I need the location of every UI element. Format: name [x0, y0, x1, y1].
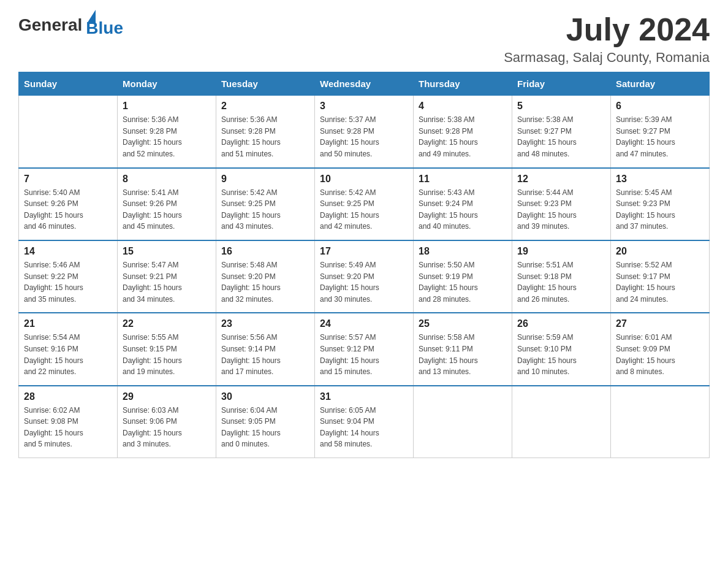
day-number: 31: [320, 391, 408, 402]
calendar-header-monday: Monday: [118, 72, 216, 96]
calendar-cell: 26Sunrise: 5:59 AMSunset: 9:10 PMDayligh…: [512, 313, 611, 385]
calendar-header-row: SundayMondayTuesdayWednesdayThursdayFrid…: [19, 72, 710, 96]
day-number: 23: [221, 318, 309, 329]
day-number: 19: [517, 246, 605, 257]
day-info: Sunrise: 5:58 AMSunset: 9:11 PMDaylight:…: [419, 332, 507, 377]
calendar-cell: 7Sunrise: 5:40 AMSunset: 9:26 PMDaylight…: [19, 168, 118, 240]
day-number: 8: [123, 174, 211, 185]
calendar-week-row: 21Sunrise: 5:54 AMSunset: 9:16 PMDayligh…: [19, 313, 710, 385]
day-info: Sunrise: 5:42 AMSunset: 9:25 PMDaylight:…: [221, 187, 309, 232]
day-info: Sunrise: 5:45 AMSunset: 9:23 PMDaylight:…: [616, 187, 704, 232]
day-number: 12: [517, 174, 605, 185]
day-info: Sunrise: 5:54 AMSunset: 9:16 PMDaylight:…: [24, 332, 112, 377]
calendar-cell: 2Sunrise: 5:36 AMSunset: 9:28 PMDaylight…: [216, 96, 315, 168]
day-number: 18: [419, 246, 507, 257]
day-number: 2: [221, 101, 309, 112]
day-number: 4: [419, 101, 507, 112]
calendar-cell: 24Sunrise: 5:57 AMSunset: 9:12 PMDayligh…: [315, 313, 414, 385]
day-info: Sunrise: 5:57 AMSunset: 9:12 PMDaylight:…: [320, 332, 408, 377]
day-info: Sunrise: 5:51 AMSunset: 9:18 PMDaylight:…: [517, 259, 605, 305]
calendar-cell: [414, 386, 512, 458]
location-title: Sarmasag, Salaj County, Romania: [504, 50, 710, 66]
calendar-cell: 15Sunrise: 5:47 AMSunset: 9:21 PMDayligh…: [118, 240, 216, 313]
title-area: July 2024 Sarmasag, Salaj County, Romani…: [504, 12, 710, 66]
logo-text-general: General: [18, 15, 82, 35]
day-number: 15: [123, 246, 211, 257]
calendar-cell: 4Sunrise: 5:38 AMSunset: 9:28 PMDaylight…: [414, 96, 512, 168]
calendar-cell: 9Sunrise: 5:42 AMSunset: 9:25 PMDaylight…: [216, 168, 315, 240]
day-info: Sunrise: 5:38 AMSunset: 9:28 PMDaylight:…: [419, 114, 507, 159]
day-number: 22: [123, 318, 211, 329]
day-info: Sunrise: 5:41 AMSunset: 9:26 PMDaylight:…: [123, 187, 211, 232]
day-info: Sunrise: 5:48 AMSunset: 9:20 PMDaylight:…: [221, 259, 309, 305]
calendar-cell: 28Sunrise: 6:02 AMSunset: 9:08 PMDayligh…: [19, 386, 118, 458]
day-info: Sunrise: 6:03 AMSunset: 9:06 PMDaylight:…: [123, 405, 211, 450]
calendar-cell: 16Sunrise: 5:48 AMSunset: 9:20 PMDayligh…: [216, 240, 315, 313]
day-number: 11: [419, 174, 507, 185]
calendar-cell: 13Sunrise: 5:45 AMSunset: 9:23 PMDayligh…: [611, 168, 710, 240]
day-info: Sunrise: 6:02 AMSunset: 9:08 PMDaylight:…: [24, 405, 112, 450]
calendar-cell: 10Sunrise: 5:42 AMSunset: 9:25 PMDayligh…: [315, 168, 414, 240]
calendar-cell: 31Sunrise: 6:05 AMSunset: 9:04 PMDayligh…: [315, 386, 414, 458]
calendar-header-friday: Friday: [512, 72, 611, 96]
month-title: July 2024: [504, 12, 710, 47]
day-info: Sunrise: 5:40 AMSunset: 9:26 PMDaylight:…: [24, 187, 112, 232]
day-info: Sunrise: 5:36 AMSunset: 9:28 PMDaylight:…: [221, 114, 309, 159]
day-number: 29: [123, 391, 211, 402]
day-number: 27: [616, 318, 704, 329]
day-info: Sunrise: 5:47 AMSunset: 9:21 PMDaylight:…: [123, 259, 211, 305]
day-number: 9: [221, 174, 309, 185]
day-info: Sunrise: 5:52 AMSunset: 9:17 PMDaylight:…: [616, 259, 704, 305]
calendar-cell: 29Sunrise: 6:03 AMSunset: 9:06 PMDayligh…: [118, 386, 216, 458]
calendar-cell: 21Sunrise: 5:54 AMSunset: 9:16 PMDayligh…: [19, 313, 118, 385]
day-number: 17: [320, 246, 408, 257]
day-number: 5: [517, 101, 605, 112]
calendar-cell: 14Sunrise: 5:46 AMSunset: 9:22 PMDayligh…: [19, 240, 118, 313]
day-number: 25: [419, 318, 507, 329]
calendar-cell: [19, 96, 118, 168]
calendar-cell: 18Sunrise: 5:50 AMSunset: 9:19 PMDayligh…: [414, 240, 512, 313]
calendar-cell: 20Sunrise: 5:52 AMSunset: 9:17 PMDayligh…: [611, 240, 710, 313]
calendar-cell: 23Sunrise: 5:56 AMSunset: 9:14 PMDayligh…: [216, 313, 315, 385]
day-number: 1: [123, 101, 211, 112]
calendar-header-saturday: Saturday: [611, 72, 710, 96]
day-number: 16: [221, 246, 309, 257]
day-info: Sunrise: 5:38 AMSunset: 9:27 PMDaylight:…: [517, 114, 605, 159]
day-number: 10: [320, 174, 408, 185]
calendar-header-tuesday: Tuesday: [216, 72, 315, 96]
calendar-cell: 25Sunrise: 5:58 AMSunset: 9:11 PMDayligh…: [414, 313, 512, 385]
calendar-week-row: 14Sunrise: 5:46 AMSunset: 9:22 PMDayligh…: [19, 240, 710, 313]
day-info: Sunrise: 5:59 AMSunset: 9:10 PMDaylight:…: [517, 332, 605, 377]
calendar-week-row: 7Sunrise: 5:40 AMSunset: 9:26 PMDaylight…: [19, 168, 710, 240]
day-number: 30: [221, 391, 309, 402]
calendar-cell: 5Sunrise: 5:38 AMSunset: 9:27 PMDaylight…: [512, 96, 611, 168]
day-info: Sunrise: 5:39 AMSunset: 9:27 PMDaylight:…: [616, 114, 704, 159]
day-info: Sunrise: 5:46 AMSunset: 9:22 PMDaylight:…: [24, 259, 112, 305]
calendar-cell: [512, 386, 611, 458]
logo: General Blue: [18, 12, 123, 38]
calendar-cell: 12Sunrise: 5:44 AMSunset: 9:23 PMDayligh…: [512, 168, 611, 240]
day-number: 21: [24, 318, 112, 329]
day-info: Sunrise: 5:55 AMSunset: 9:15 PMDaylight:…: [123, 332, 211, 377]
logo-text-blue: Blue: [86, 18, 123, 38]
calendar-cell: 19Sunrise: 5:51 AMSunset: 9:18 PMDayligh…: [512, 240, 611, 313]
calendar-week-row: 1Sunrise: 5:36 AMSunset: 9:28 PMDaylight…: [19, 96, 710, 168]
day-number: 20: [616, 246, 704, 257]
calendar-header-sunday: Sunday: [19, 72, 118, 96]
calendar-cell: 8Sunrise: 5:41 AMSunset: 9:26 PMDaylight…: [118, 168, 216, 240]
calendar-header-wednesday: Wednesday: [315, 72, 414, 96]
day-info: Sunrise: 5:37 AMSunset: 9:28 PMDaylight:…: [320, 114, 408, 159]
calendar-cell: 6Sunrise: 5:39 AMSunset: 9:27 PMDaylight…: [611, 96, 710, 168]
calendar-cell: [611, 386, 710, 458]
day-number: 3: [320, 101, 408, 112]
calendar-cell: 11Sunrise: 5:43 AMSunset: 9:24 PMDayligh…: [414, 168, 512, 240]
calendar-table: SundayMondayTuesdayWednesdayThursdayFrid…: [18, 72, 710, 458]
day-info: Sunrise: 6:01 AMSunset: 9:09 PMDaylight:…: [616, 332, 704, 377]
calendar-cell: 3Sunrise: 5:37 AMSunset: 9:28 PMDaylight…: [315, 96, 414, 168]
day-number: 26: [517, 318, 605, 329]
day-number: 24: [320, 318, 408, 329]
day-number: 7: [24, 174, 112, 185]
day-info: Sunrise: 5:49 AMSunset: 9:20 PMDaylight:…: [320, 259, 408, 305]
day-info: Sunrise: 5:44 AMSunset: 9:23 PMDaylight:…: [517, 187, 605, 232]
day-number: 28: [24, 391, 112, 402]
